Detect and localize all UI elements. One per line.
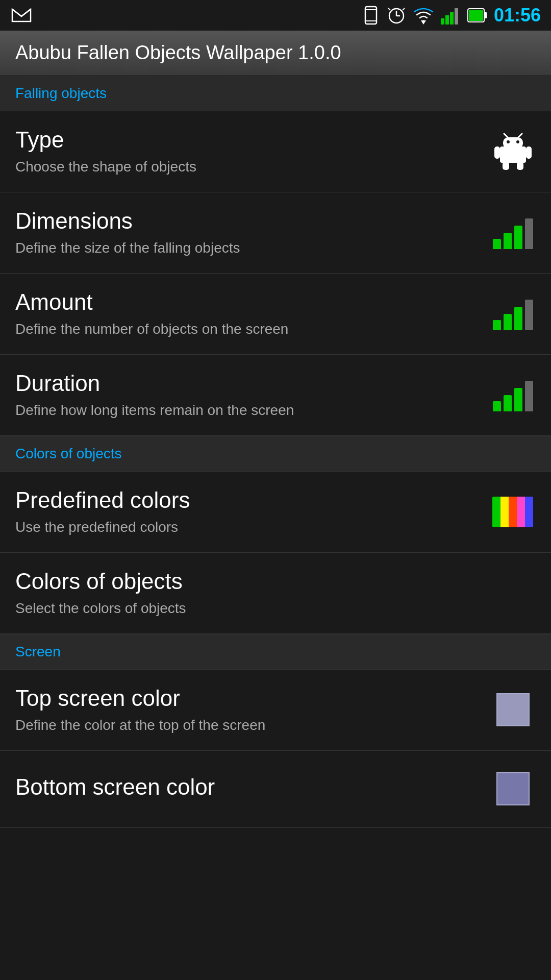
signal-icon [441, 6, 460, 24]
svg-rect-16 [469, 10, 483, 21]
status-bar: 01:56 [0, 0, 551, 31]
section-colors-label: Colors of objects [15, 446, 122, 461]
svg-line-7 [388, 8, 390, 10]
svg-rect-11 [445, 15, 449, 24]
section-screen: Screen [0, 634, 551, 670]
svg-line-8 [403, 8, 405, 10]
bar1 [493, 401, 501, 411]
dimensions-icon [490, 210, 536, 256]
svg-rect-0 [10, 5, 33, 26]
svg-point-19 [507, 140, 510, 143]
stripe-yellow [500, 497, 509, 527]
setting-predefined-colors-subtitle: Use the predefined colors [15, 517, 480, 537]
svg-line-22 [518, 134, 522, 137]
bar3 [514, 307, 522, 330]
setting-top-screen-color-subtitle: Define the color at the top of the scree… [15, 715, 480, 735]
stripe-pink [517, 497, 525, 527]
bar3 [514, 226, 522, 249]
setting-duration[interactable]: Duration Define how long items remain on… [0, 355, 551, 436]
setting-dimensions-subtitle: Define the size of the falling objects [15, 238, 480, 258]
section-colors-of-objects: Colors of objects [0, 436, 551, 472]
bottom-color-swatch [496, 772, 530, 805]
status-time: 01:56 [494, 5, 541, 26]
setting-colors-of-objects[interactable]: Colors of objects Select the colors of o… [0, 553, 551, 634]
svg-rect-10 [441, 18, 444, 24]
section-screen-label: Screen [15, 644, 61, 659]
svg-line-21 [504, 134, 508, 137]
status-icons: 01:56 [362, 5, 541, 26]
bar4 [525, 381, 533, 411]
app-title-bar: Abubu Fallen Objects Wallpaper 1.0.0 [0, 31, 551, 76]
setting-amount-subtitle: Define the number of objects on the scre… [15, 319, 480, 339]
bar2 [504, 233, 512, 249]
top-screen-color-icon [490, 687, 536, 733]
wifi-icon [413, 6, 434, 24]
setting-duration-subtitle: Define how long items remain on the scre… [15, 400, 480, 420]
stripe-blue [525, 497, 533, 527]
amount-icon [490, 291, 536, 337]
android-icon [490, 129, 536, 175]
bottom-screen-color-icon [490, 766, 536, 812]
stripe-red [509, 497, 517, 527]
bar3 [514, 388, 522, 411]
predefined-colors-icon [490, 489, 536, 535]
colors-of-objects-icon [490, 570, 536, 616]
svg-rect-24 [526, 146, 532, 159]
bar2 [504, 314, 512, 330]
setting-bottom-screen-color[interactable]: Bottom screen color [0, 751, 551, 828]
svg-rect-12 [450, 12, 454, 24]
setting-amount[interactable]: Amount Define the number of objects on t… [0, 274, 551, 355]
setting-type[interactable]: Type Choose the shape of objects [0, 111, 551, 192]
setting-type-subtitle: Choose the shape of objects [15, 157, 480, 177]
setting-predefined-colors[interactable]: Predefined colors Use the predefined col… [0, 472, 551, 553]
svg-rect-17 [500, 146, 526, 163]
gmail-icon [10, 5, 33, 26]
bar4 [525, 218, 533, 249]
battery-icon [467, 7, 487, 24]
svg-marker-9 [421, 20, 426, 24]
setting-colors-title: Colors of objects [15, 568, 480, 595]
setting-top-screen-color[interactable]: Top screen color Define the color at the… [0, 670, 551, 751]
bar1 [493, 320, 501, 330]
section-falling-objects-label: Falling objects [15, 85, 107, 101]
alarm-icon [387, 6, 406, 25]
svg-point-20 [516, 140, 519, 143]
setting-dimensions[interactable]: Dimensions Define the size of the fallin… [0, 192, 551, 274]
bar1 [493, 239, 501, 249]
bar2 [504, 395, 512, 411]
setting-top-screen-color-title: Top screen color [15, 685, 480, 712]
setting-colors-subtitle: Select the colors of objects [15, 598, 480, 618]
setting-dimensions-title: Dimensions [15, 208, 480, 235]
setting-amount-title: Amount [15, 289, 480, 316]
svg-rect-13 [455, 8, 458, 24]
stripe-green [492, 497, 500, 527]
duration-icon [490, 372, 536, 418]
section-falling-objects: Falling objects [0, 76, 551, 111]
top-color-swatch [496, 693, 530, 726]
app-title: Abubu Fallen Objects Wallpaper 1.0.0 [15, 42, 341, 63]
svg-rect-18 [503, 137, 523, 149]
setting-bottom-screen-color-title: Bottom screen color [15, 774, 480, 801]
svg-rect-26 [517, 162, 523, 170]
svg-rect-25 [503, 162, 509, 170]
setting-type-title: Type [15, 127, 480, 154]
svg-rect-23 [494, 146, 500, 159]
setting-duration-title: Duration [15, 370, 480, 397]
svg-rect-15 [484, 12, 487, 18]
bar4 [525, 300, 533, 330]
rotate-icon [362, 6, 380, 25]
setting-predefined-colors-title: Predefined colors [15, 487, 480, 514]
